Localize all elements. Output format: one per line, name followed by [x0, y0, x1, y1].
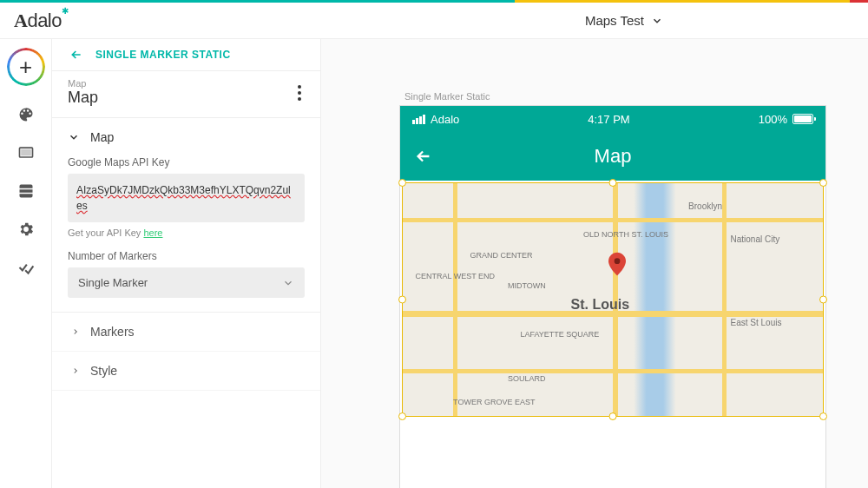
svg-point-2: [614, 259, 620, 265]
screens-icon[interactable]: [16, 143, 36, 162]
panel-title: Map Map: [52, 71, 320, 118]
resize-handle[interactable]: [819, 296, 827, 304]
battery-label: 100%: [759, 113, 787, 126]
map-marker-icon: [608, 252, 626, 276]
accent-bar: [0, 0, 868, 3]
logo: Adalo✱: [14, 10, 62, 32]
battery-icon: [792, 114, 813, 124]
num-markers-label: Number of Markers: [68, 250, 305, 262]
chevron-down-icon: [651, 15, 663, 27]
resize-handle[interactable]: [819, 412, 827, 420]
section-map-body: Google Maps API Key AIzaSyDk7JMDzkQkb33M…: [52, 156, 320, 313]
map-component[interactable]: Brooklyn National City East St Louis OLD…: [402, 182, 824, 417]
sidebar: +: [0, 39, 52, 488]
map-city-label: St. Louis: [571, 297, 630, 313]
screen-label: Single Marker Static: [404, 91, 833, 102]
appbar-title: Map: [414, 145, 812, 168]
palette-icon[interactable]: [16, 105, 36, 124]
carrier-label: Adalo: [431, 113, 459, 126]
api-key-input[interactable]: AIzaSyDk7JMDzkQkb33M3efhYLXTQqvn2Zules: [68, 174, 305, 222]
resize-handle[interactable]: [398, 296, 406, 304]
resize-handle[interactable]: [609, 412, 617, 420]
component-type: Map: [68, 78, 98, 89]
resize-handle[interactable]: [398, 179, 406, 187]
panel-breadcrumb[interactable]: SINGLE MARKER STATIC: [52, 39, 320, 71]
add-button[interactable]: +: [7, 48, 45, 86]
database-icon[interactable]: [16, 181, 36, 201]
project-selector[interactable]: Maps Test: [585, 13, 663, 28]
section-map-header[interactable]: Map: [52, 118, 320, 156]
phone-blank-area: [400, 419, 825, 488]
app-bar: Map: [400, 132, 825, 181]
properties-panel: SINGLE MARKER STATIC Map Map Map Google …: [52, 39, 321, 488]
chevron-down-icon: [282, 277, 294, 289]
resize-handle[interactable]: [609, 179, 617, 187]
project-name: Maps Test: [585, 13, 644, 28]
section-markers-header[interactable]: Markers: [52, 313, 320, 352]
api-key-help-link[interactable]: here: [143, 228, 162, 238]
num-markers-select[interactable]: Single Marker: [68, 267, 305, 298]
header: Adalo✱ Maps Test: [0, 3, 868, 39]
resize-handle[interactable]: [819, 179, 827, 187]
settings-icon[interactable]: [16, 220, 36, 239]
plus-icon: +: [19, 54, 32, 81]
more-menu-button[interactable]: [294, 82, 305, 104]
chevron-down-icon: [68, 131, 80, 143]
status-bar: Adalo 4:17 PM 100%: [400, 106, 825, 132]
chevron-right-icon: [71, 366, 80, 375]
component-name: Map: [68, 89, 98, 107]
checklist-icon[interactable]: [16, 258, 36, 277]
back-arrow-icon: [68, 48, 85, 62]
api-key-help: Get your API Key here: [68, 228, 305, 238]
time-label: 4:17 PM: [588, 113, 629, 126]
phone-preview: Adalo 4:17 PM 100% Map: [399, 105, 826, 488]
map-bg: Brooklyn National City East St Louis OLD…: [403, 183, 823, 416]
chevron-right-icon: [71, 327, 80, 336]
svg-rect-1: [22, 150, 30, 155]
signal-icon: [412, 115, 425, 124]
resize-handle[interactable]: [398, 412, 406, 420]
section-style-header[interactable]: Style: [52, 352, 320, 391]
api-key-label: Google Maps API Key: [68, 156, 305, 168]
canvas[interactable]: Single Marker Static Adalo 4:17 PM 100% …: [321, 39, 868, 488]
